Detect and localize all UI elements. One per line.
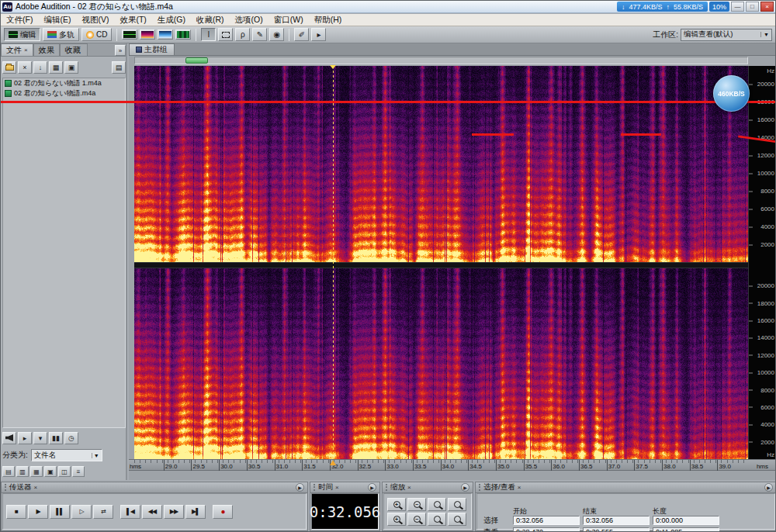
- network-speed-widget[interactable]: ↓ 477.4KB/S ↑ 55.8KB/S: [617, 2, 708, 12]
- fast-forward-button[interactable]: ▶▶: [164, 505, 184, 519]
- file-list[interactable]: 02 君の知らない物語 1.m4a 02 君の知らない物語.m4a: [2, 78, 126, 428]
- play-from-cursor-button[interactable]: ▷: [71, 505, 92, 519]
- view-details-button[interactable]: ▥: [16, 466, 29, 477]
- menu-item[interactable]: 帮助(H): [309, 15, 348, 26]
- close-panel-icon[interactable]: ×: [407, 484, 411, 491]
- menu-item[interactable]: 窗口(W): [268, 15, 309, 26]
- zoom-panel-header[interactable]: 缩放 × ▶: [383, 482, 473, 493]
- cd-view-button[interactable]: CD: [81, 28, 112, 41]
- maximize-button[interactable]: □: [746, 2, 759, 12]
- preview-speaker-button[interactable]: [2, 432, 16, 444]
- tab-favorites[interactable]: 收藏: [60, 43, 88, 56]
- tab-main-group[interactable]: 主群组: [129, 43, 175, 55]
- tab-files[interactable]: 文件 ×: [1, 43, 33, 56]
- playhead-caret-icon[interactable]: [330, 65, 336, 69]
- close-file-button[interactable]: ×: [18, 61, 32, 74]
- effects-paintbrush-tool-button[interactable]: ✎: [252, 28, 267, 41]
- show-markers-button[interactable]: ▣: [44, 466, 57, 477]
- preview-meter-button[interactable]: ▮▮: [49, 432, 63, 444]
- import-file-button[interactable]: ↓: [33, 61, 47, 74]
- selection-length-cell[interactable]: 0:11.085: [653, 527, 719, 532]
- transport-panel-header[interactable]: 传送器 × ▶: [2, 482, 307, 493]
- selection-start-cell[interactable]: 0:32.056: [513, 516, 580, 525]
- menu-item[interactable]: 效果(T): [114, 15, 151, 26]
- menu-item[interactable]: 生成(G): [152, 15, 191, 26]
- spot-healing-tool-button[interactable]: ◉: [269, 28, 284, 41]
- title-bar[interactable]: Au Adobe Audition - 02 君の知らない物語.m4a ↓ 47…: [1, 1, 775, 13]
- pencil-tool-button[interactable]: ✐: [294, 28, 309, 41]
- pause-button[interactable]: ▌▌: [50, 505, 70, 519]
- menu-item[interactable]: 选项(O): [230, 15, 268, 26]
- frequency-axis[interactable]: Hz 2000018000160001400012000100008000600…: [748, 66, 776, 459]
- selection-end-cell[interactable]: 0:32.056: [583, 516, 650, 525]
- play-button[interactable]: ▶: [28, 505, 48, 519]
- channel-divider[interactable]: [134, 262, 748, 268]
- zoom-in-vertical-button[interactable]: +: [387, 513, 406, 526]
- tab-scroll-button[interactable]: »: [115, 45, 126, 56]
- zoom-in-horizontal-button[interactable]: +: [387, 498, 406, 511]
- phase-display-button[interactable]: [158, 29, 173, 40]
- zoom-left-edge-button[interactable]: [428, 513, 446, 526]
- zoom-out-vertical-button[interactable]: −: [407, 513, 426, 526]
- tab-effects[interactable]: 效果: [33, 43, 60, 56]
- zoom-right-edge-button[interactable]: [448, 513, 466, 526]
- network-speed-bubble[interactable]: 460KB/S: [713, 75, 750, 112]
- close-panel-icon[interactable]: ×: [518, 484, 521, 491]
- file-list-item[interactable]: 02 君の知らない物語 1.m4a: [3, 78, 125, 88]
- sort-by-selector[interactable]: 文件名 ▼: [31, 449, 102, 461]
- zoom-out-horizontal-button[interactable]: −: [407, 498, 426, 511]
- go-to-beginning-button[interactable]: ▌◀: [120, 505, 140, 519]
- close-panel-icon[interactable]: ×: [335, 484, 339, 491]
- file-options-button[interactable]: ▣: [64, 61, 78, 74]
- record-button[interactable]: ●: [213, 505, 233, 519]
- preview-autoplay-button[interactable]: ▾: [33, 432, 47, 444]
- spectrogram-channel-2[interactable]: [134, 268, 748, 459]
- show-metadata-button[interactable]: ◫: [58, 466, 71, 477]
- preview-duration-button[interactable]: ◷: [64, 432, 78, 444]
- playhead-ruler-marker-icon[interactable]: [330, 460, 336, 465]
- workspace-selector[interactable]: 编辑查看(默认) ▼: [681, 29, 772, 41]
- view-thumbnails-button[interactable]: ▦: [30, 466, 43, 477]
- menu-item[interactable]: 编辑(E): [38, 15, 76, 26]
- minimize-button[interactable]: —: [731, 2, 744, 12]
- selection-panel-header[interactable]: 选择/查看 × ▶: [476, 482, 776, 493]
- go-to-end-button[interactable]: ▶▌: [185, 505, 206, 519]
- lasso-selection-tool-button[interactable]: ρ: [235, 28, 250, 41]
- horizontal-scrollbar-thumb[interactable]: [185, 57, 208, 64]
- selection-end-cell[interactable]: 0:39.555: [583, 527, 650, 532]
- spectral-display-button[interactable]: [140, 29, 155, 40]
- panel-menu-button[interactable]: ▶: [296, 483, 304, 492]
- timeline-ruler[interactable]: hms hms 29.029.530.030.531.031.532.032.5…: [129, 459, 776, 471]
- insert-into-multitrack-button[interactable]: ▦: [49, 61, 63, 74]
- horizontal-scrollbar[interactable]: [134, 57, 748, 64]
- zoom-to-selection-button[interactable]: [428, 498, 446, 511]
- panel-menu-button[interactable]: ▶: [461, 483, 469, 492]
- scrub-tool-button[interactable]: ▸: [311, 28, 326, 41]
- preview-play-button[interactable]: ▸: [18, 432, 32, 444]
- time-panel-header[interactable]: 时间 × ▶: [310, 482, 379, 493]
- open-file-button[interactable]: [2, 61, 16, 74]
- waveform-display-button[interactable]: [122, 29, 137, 40]
- menu-item[interactable]: 视图(V): [76, 15, 114, 26]
- selection-length-cell[interactable]: 0:00.000: [653, 516, 719, 525]
- edit-view-button[interactable]: 编辑: [4, 28, 40, 41]
- close-panel-icon[interactable]: ×: [34, 484, 38, 491]
- selection-start-cell[interactable]: 0:28.470: [513, 527, 580, 532]
- close-tab-icon[interactable]: ×: [24, 47, 28, 54]
- playhead[interactable]: [333, 66, 334, 459]
- more-options-button[interactable]: ≡: [72, 466, 85, 477]
- rewind-button[interactable]: ◀◀: [142, 505, 162, 519]
- stop-button[interactable]: ■: [6, 505, 26, 519]
- spectrogram-channel-1[interactable]: [134, 66, 748, 262]
- panel-display-toggle-button[interactable]: ▤: [112, 61, 126, 74]
- menu-item[interactable]: 收藏(R): [191, 15, 230, 26]
- zoom-full-button[interactable]: [448, 498, 466, 511]
- pan-display-button[interactable]: [175, 29, 191, 40]
- play-looped-button[interactable]: ⇄: [93, 505, 113, 519]
- time-selection-tool-button[interactable]: I: [201, 28, 216, 41]
- panel-menu-button[interactable]: ▶: [368, 483, 376, 492]
- spectral-display[interactable]: [134, 66, 748, 459]
- panel-menu-button[interactable]: ▶: [764, 483, 773, 492]
- multitrack-view-button[interactable]: 多轨: [43, 28, 79, 41]
- menu-item[interactable]: 文件(F): [1, 15, 38, 26]
